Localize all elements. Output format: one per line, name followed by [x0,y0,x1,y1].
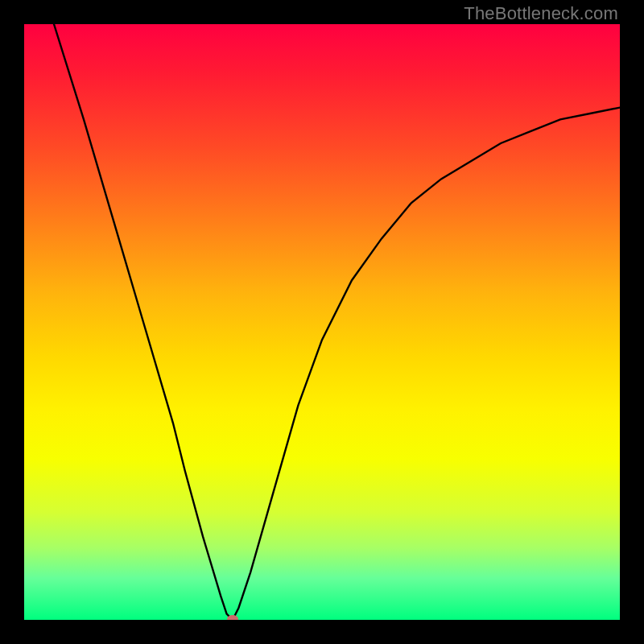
optimal-point-marker [227,615,238,620]
watermark-text: TheBottleneck.com [464,3,618,24]
chart-frame: TheBottleneck.com [0,0,644,644]
curve-svg [24,24,620,620]
plot-area [24,24,620,620]
bottleneck-curve [54,24,620,620]
